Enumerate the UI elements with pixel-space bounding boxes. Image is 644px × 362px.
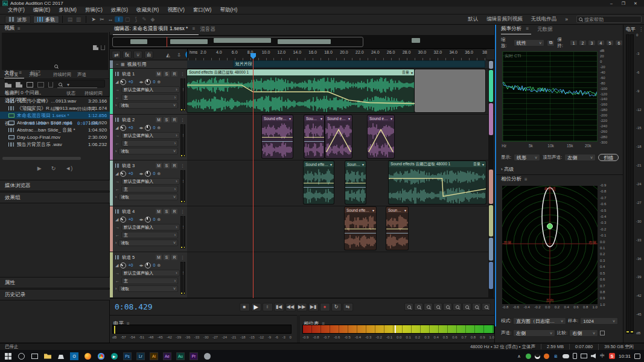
record-button[interactable]: ● xyxy=(320,303,330,311)
cortana-search-button[interactable] xyxy=(14,350,28,362)
go-to-start-button[interactable]: ▮◀ xyxy=(274,303,284,311)
hold-button[interactable]: 3 xyxy=(588,40,596,46)
track-name[interactable]: 轨道 5 xyxy=(122,255,154,261)
automation-chevron-icon[interactable]: › xyxy=(115,195,116,199)
audio-clip[interactable]: Sound effects...▾ xyxy=(262,115,293,158)
compare-checkbox[interactable] xyxy=(600,331,605,335)
automation-mode-select[interactable]: 读取˅ xyxy=(118,194,178,200)
tab-markers[interactable]: 标记 xyxy=(30,70,43,78)
import-file-icon[interactable] xyxy=(16,82,22,87)
volume-knob[interactable] xyxy=(120,79,126,85)
menu-item[interactable]: 编辑(E) xyxy=(29,7,54,14)
volume-value[interactable]: +0 xyxy=(128,263,133,267)
clip-header[interactable]: Sound effects...▾ xyxy=(262,115,293,121)
phone-tray-icon[interactable] xyxy=(573,353,577,359)
tracks-scrollbar[interactable] xyxy=(488,60,494,298)
file-row[interactable]: 未命名混音项目 1.sesx * 1:12.856 xyxy=(0,112,110,119)
workspace-overflow-icon[interactable]: » xyxy=(565,16,568,22)
volume-value[interactable]: +0 xyxy=(128,217,133,221)
clip-menu-icon[interactable]: ▾ xyxy=(411,71,413,75)
zoom-selection-button[interactable] xyxy=(472,303,481,311)
volume-knob[interactable] xyxy=(120,217,126,223)
tab-frequency-analysis[interactable]: 频率分析 ≡ xyxy=(501,25,531,34)
pan-knob[interactable] xyxy=(145,217,151,223)
clip-volume-badge[interactable]: 音量 xyxy=(473,162,480,167)
clip-header[interactable]: Sound ...▾ xyxy=(304,115,324,121)
files-hscrollbar[interactable] xyxy=(2,157,81,160)
cloud-tray-icon[interactable] xyxy=(563,354,569,358)
zoom-full-button[interactable] xyxy=(482,303,491,311)
clip-menu-icon[interactable]: ▾ xyxy=(404,208,406,212)
volume-value[interactable]: +0 xyxy=(128,125,133,130)
input-select[interactable]: 默认立体声输入› xyxy=(121,224,180,230)
clip-menu-icon[interactable]: ▾ xyxy=(391,116,392,121)
automation-mode-select[interactable]: 读取˅ xyxy=(118,285,178,292)
taskbar-app[interactable]: Au xyxy=(174,350,187,362)
audio-clip[interactable]: Sound effects...▾ xyxy=(345,207,376,250)
track-header[interactable]: 轨道 1 M S R ⋮ ◢ +0 ◂▸ xyxy=(110,69,187,115)
pan-value[interactable]: 0 xyxy=(153,80,155,84)
volume-knob[interactable] xyxy=(120,171,126,177)
track-header[interactable]: 轨道 5 M S R ⋮ ◢ +0 ◂▸ xyxy=(110,252,187,298)
menu-item[interactable]: 窗口(W) xyxy=(189,7,216,14)
stamp-tool-icon[interactable]: ◆ xyxy=(148,16,157,22)
clip-header[interactable]: Sound effects 音频已提取 48000 1音量▾ xyxy=(187,69,415,75)
open-file-icon[interactable] xyxy=(5,82,11,87)
taskbar-app[interactable]: Pr xyxy=(187,350,200,362)
volume-tray-icon[interactable] xyxy=(591,354,596,358)
pan-knob[interactable] xyxy=(145,79,151,85)
clip-header[interactable]: Sound effe...▾ xyxy=(325,115,352,121)
track-lane[interactable]: Sound effects...▾Sound ...▾Sound effe...… xyxy=(187,115,494,160)
menu-item[interactable]: 效果(S) xyxy=(107,7,132,14)
video-track-lane[interactable]: 短片片段 xyxy=(187,60,494,69)
menu-item[interactable]: 帮助(H) xyxy=(215,7,241,14)
mute-button[interactable]: M xyxy=(156,209,162,214)
maximize-button[interactable]: ❐ xyxy=(617,0,630,7)
marquee-tool-icon[interactable]: ▢ xyxy=(123,16,132,22)
stop-button[interactable]: ■ xyxy=(240,303,250,311)
solo-button[interactable]: S xyxy=(164,255,170,260)
waveform-view-button[interactable]: 波形 xyxy=(5,16,31,24)
automation-mode-select[interactable]: 读取˅ xyxy=(118,240,178,246)
tab-metadata[interactable]: 元数据 xyxy=(537,26,555,34)
arm-record-button[interactable]: R xyxy=(171,209,177,214)
spectrum-graph[interactable]: 实时 CTI xyxy=(502,51,598,142)
audio-clip[interactable]: Sound effe...▾ xyxy=(368,115,394,158)
time-selection-tool-icon[interactable]: ↔ xyxy=(106,16,115,22)
automation-mode-select[interactable]: 读取˅ xyxy=(118,148,178,154)
file-explorer-icon[interactable] xyxy=(41,350,54,362)
solo-button[interactable]: S xyxy=(164,209,170,214)
zoom-in-time-button[interactable] xyxy=(424,303,433,311)
output-select[interactable]: 主› xyxy=(121,140,178,147)
loop-preview-icon[interactable]: ↻ xyxy=(51,165,56,171)
automation-chevron-icon[interactable]: › xyxy=(115,241,116,245)
timeline-ruler[interactable]: hms 2.04.06.08.010.012.014.016.018.020.0… xyxy=(187,49,486,60)
solo-button[interactable]: S xyxy=(164,71,170,77)
taskbar-app[interactable]: Ps xyxy=(121,350,134,362)
zoom-out-time-button[interactable] xyxy=(433,303,442,311)
menu-item[interactable]: 多轨(M) xyxy=(54,7,81,14)
audio-clip[interactable]: Sound ...▾ xyxy=(304,115,324,158)
fast-forward-button[interactable]: ▶▶ xyxy=(297,303,307,311)
ime-indicator[interactable]: 中 xyxy=(599,353,605,359)
clip-header[interactable]: Sound ...▾ xyxy=(386,207,408,213)
bluetooth-tray-icon[interactable]: Ƀ xyxy=(553,353,559,359)
copy-icon[interactable]: ⧉ xyxy=(547,40,555,46)
automation-chevron-icon[interactable]: › xyxy=(115,103,116,107)
workspace-button[interactable]: 编辑音频到视频 xyxy=(486,16,523,23)
hold-button[interactable]: 6 xyxy=(615,40,623,46)
file-row[interactable]: 《一只小蜜蜂》…0913.wav 3:20.166 xyxy=(0,97,110,104)
clip-menu-icon[interactable]: ▾ xyxy=(362,162,364,167)
file-row[interactable]: Abstract Urban Slide.mp4 1:04.920 xyxy=(0,119,110,126)
firefox-icon[interactable] xyxy=(81,350,94,362)
tab-editor[interactable]: 编辑器: 未命名混音项目 1.sesx * ≡ xyxy=(113,25,199,35)
menu-item[interactable]: 收藏夹(R) xyxy=(132,7,163,14)
volume-value[interactable]: +0 xyxy=(128,171,133,176)
audio-clip[interactable]: Sound ...▾ xyxy=(386,207,408,250)
start-button[interactable] xyxy=(1,350,14,362)
sogou-ime-icon[interactable]: S xyxy=(609,353,615,359)
track-menu-icon[interactable]: ⋮ xyxy=(180,255,185,260)
punch-record-icon[interactable]: ⇩ xyxy=(174,51,183,59)
advanced-toggle[interactable]: › 高级 xyxy=(501,166,514,173)
file-row[interactable]: Abstrac…ban Slide_ 音频 * 1:04.920 xyxy=(0,126,110,133)
